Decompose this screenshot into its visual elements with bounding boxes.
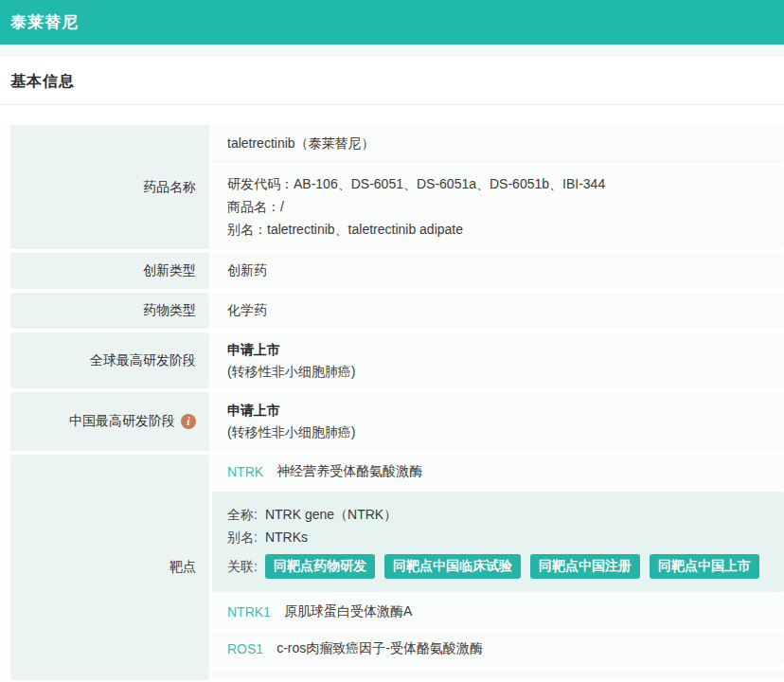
basic-info-table: 药品名称 taletrectinib（泰莱替尼） 研发代码：AB-106、DS-…	[0, 105, 784, 680]
target-link-ros1[interactable]: ROS1	[227, 641, 263, 656]
section-title: 基本信息	[10, 73, 75, 89]
global-stage-name: 申请上市	[227, 339, 280, 361]
drug-name-values: taletrectinib（泰莱替尼） 研发代码：AB-106、DS-6051、…	[212, 125, 784, 249]
relation-label: 关联:	[227, 555, 258, 578]
section-header: 基本信息	[0, 57, 784, 105]
trade-name-line: 商品名：/	[227, 195, 769, 218]
target-full-name-line: 全称: NTRK gene（NTRK）	[227, 503, 769, 526]
china-stage-label-text: 中国最高研发阶段	[69, 413, 175, 430]
china-stage-label: 中国最高研发阶段 i	[10, 392, 209, 451]
drug-name-details: 研发代码：AB-106、DS-6051、DS-6051a、DS-6051b、IB…	[212, 166, 784, 249]
target-desc-ntrk1: 原肌球蛋白受体激酶A	[284, 603, 412, 620]
target-next-row-partial	[212, 669, 784, 680]
target-detail-box: 全称: NTRK gene（NTRK） 别名: NTRKs 关联: 同靶点药物研…	[212, 492, 784, 592]
global-stage-label: 全球最高研发阶段	[10, 332, 209, 388]
row-china-stage: 中国最高研发阶段 i 申请上市 (转移性非小细胞肺癌)	[10, 392, 784, 451]
drug-type-value: 化学药	[212, 293, 784, 329]
drug-primary-name: taletrectinib（泰莱替尼）	[212, 125, 784, 163]
content-card: 基本信息 药品名称 taletrectinib（泰莱替尼） 研发代码：AB-10…	[0, 57, 784, 682]
target-link-ntrk1[interactable]: NTRK1	[227, 604, 271, 619]
target-alias-line: 别名: NTRKs	[227, 526, 769, 548]
china-stage-indication: (转移性非小细胞肺癌)	[227, 422, 355, 443]
global-stage-value: 申请上市 (转移性非小细胞肺癌)	[212, 332, 784, 388]
row-target: 靶点 NTRK 神经营养受体酪氨酸激酶 全称: NTRK gene（NTRK） …	[10, 455, 784, 680]
row-global-stage: 全球最高研发阶段 申请上市 (转移性非小细胞肺癌)	[10, 332, 784, 388]
innovation-type-value: 创新药	[212, 253, 784, 289]
same-target-drug-rd-button[interactable]: 同靶点药物研发	[265, 554, 375, 579]
china-stage-name: 申请上市	[227, 400, 280, 422]
target-values: NTRK 神经营养受体酪氨酸激酶 全称: NTRK gene（NTRK） 别名:…	[212, 455, 784, 680]
full-name-label: 全称:	[227, 503, 258, 526]
alias-label: 别名:	[227, 526, 258, 548]
same-target-china-trial-button[interactable]: 同靶点中国临床试验	[384, 554, 521, 579]
info-icon[interactable]: i	[181, 414, 196, 429]
target-desc-ros1: c-ros肉瘤致癌因子-受体酪氨酸激酶	[276, 640, 483, 657]
page-title: 泰莱替尼	[10, 11, 79, 33]
target-sub-line-ros1: ROS1 c-ros肉瘤致癌因子-受体酪氨酸激酶	[212, 632, 784, 666]
drug-name-label: 药品名称	[10, 125, 209, 249]
innovation-type-label: 创新类型	[10, 253, 209, 289]
row-drug-type: 药物类型 化学药	[10, 293, 784, 329]
target-label: 靶点	[10, 455, 209, 680]
target-desc-ntrk: 神经营养受体酪氨酸激酶	[276, 463, 422, 480]
page-header: 泰莱替尼	[0, 0, 784, 45]
china-stage-value: 申请上市 (转移性非小细胞肺癌)	[212, 392, 784, 451]
target-link-ntrk[interactable]: NTRK	[227, 464, 263, 479]
drug-type-label: 药物类型	[10, 293, 209, 329]
target-relation-line: 关联: 同靶点药物研发 同靶点中国临床试验 同靶点中国注册 同靶点中国上市	[227, 554, 769, 579]
target-sub-line-ntrk1: NTRK1 原肌球蛋白受体激酶A	[212, 595, 784, 629]
alias-value: NTRKs	[265, 526, 308, 548]
row-drug-name: 药品名称 taletrectinib（泰莱替尼） 研发代码：AB-106、DS-…	[10, 125, 784, 249]
same-target-china-launch-button[interactable]: 同靶点中国上市	[650, 554, 759, 579]
full-name-value: NTRK gene（NTRK）	[265, 503, 397, 526]
global-stage-indication: (转移性非小细胞肺癌)	[227, 361, 355, 383]
row-innovation-type: 创新类型 创新药	[10, 253, 784, 289]
same-target-china-registration-button[interactable]: 同靶点中国注册	[530, 554, 640, 579]
target-main-line: NTRK 神经营养受体酪氨酸激酶	[212, 455, 784, 489]
alias-line: 别名：taletrectinib、taletrectinib adipate	[227, 218, 769, 241]
dev-code-line: 研发代码：AB-106、DS-6051、DS-6051a、DS-6051b、IB…	[227, 172, 769, 195]
